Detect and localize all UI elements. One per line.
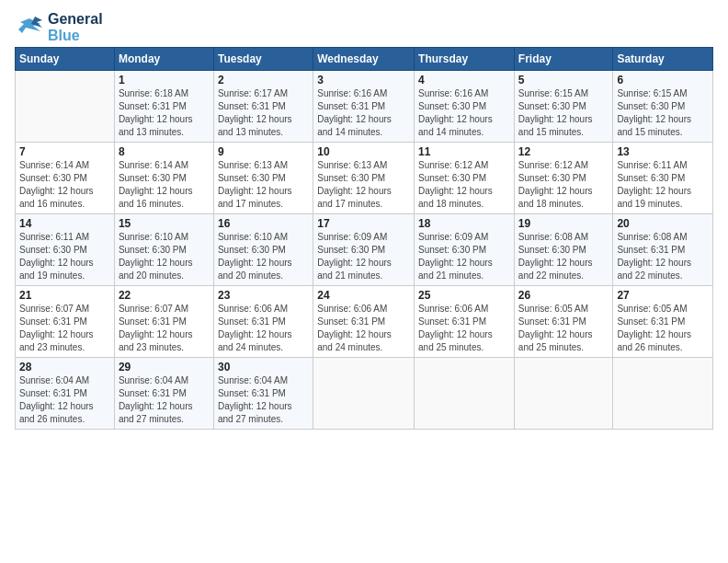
calendar-cell: 14Sunrise: 6:11 AMSunset: 6:30 PMDayligh… — [16, 214, 115, 286]
day-number: 13 — [617, 145, 709, 158]
calendar-cell: 29Sunrise: 6:04 AMSunset: 6:31 PMDayligh… — [114, 358, 213, 430]
calendar-cell: 17Sunrise: 6:09 AMSunset: 6:30 PMDayligh… — [313, 214, 415, 286]
calendar-cell: 20Sunrise: 6:08 AMSunset: 6:31 PMDayligh… — [613, 214, 713, 286]
day-info: Sunrise: 6:12 AMSunset: 6:30 PMDaylight:… — [418, 159, 510, 211]
calendar-weekday-header: Wednesday — [313, 48, 415, 71]
day-number: 26 — [518, 289, 609, 302]
page: General Blue SundayMondayTuesdayWednesda… — [0, 0, 728, 439]
calendar-cell: 23Sunrise: 6:06 AMSunset: 6:31 PMDayligh… — [213, 286, 313, 358]
logo-bird-icon — [15, 15, 44, 40]
day-number: 6 — [617, 74, 709, 86]
day-info: Sunrise: 6:10 AMSunset: 6:30 PMDaylight:… — [119, 231, 210, 282]
day-number: 24 — [317, 289, 410, 302]
day-number: 11 — [418, 145, 510, 158]
logo-text: General Blue — [48, 11, 103, 43]
day-number: 29 — [119, 361, 210, 373]
day-info: Sunrise: 6:16 AMSunset: 6:30 PMDaylight:… — [418, 87, 510, 139]
day-number: 16 — [218, 217, 309, 230]
day-info: Sunrise: 6:09 AMSunset: 6:30 PMDaylight:… — [418, 231, 510, 282]
day-number: 8 — [119, 145, 210, 158]
calendar-cell: 16Sunrise: 6:10 AMSunset: 6:30 PMDayligh… — [213, 214, 313, 286]
day-number: 20 — [617, 217, 709, 230]
calendar-cell — [613, 358, 713, 430]
calendar-cell — [16, 71, 115, 143]
day-info: Sunrise: 6:17 AMSunset: 6:31 PMDaylight:… — [218, 87, 309, 139]
day-number: 14 — [19, 217, 110, 230]
calendar-cell: 11Sunrise: 6:12 AMSunset: 6:30 PMDayligh… — [415, 143, 515, 214]
calendar-cell: 27Sunrise: 6:05 AMSunset: 6:31 PMDayligh… — [613, 286, 713, 358]
day-info: Sunrise: 6:06 AMSunset: 6:31 PMDaylight:… — [317, 303, 410, 354]
day-info: Sunrise: 6:07 AMSunset: 6:31 PMDaylight:… — [119, 303, 210, 354]
day-info: Sunrise: 6:06 AMSunset: 6:31 PMDaylight:… — [418, 303, 510, 354]
calendar-cell: 5Sunrise: 6:15 AMSunset: 6:30 PMDaylight… — [514, 71, 613, 143]
calendar-cell: 1Sunrise: 6:18 AMSunset: 6:31 PMDaylight… — [114, 71, 213, 143]
day-info: Sunrise: 6:09 AMSunset: 6:30 PMDaylight:… — [317, 231, 410, 282]
day-info: Sunrise: 6:07 AMSunset: 6:31 PMDaylight:… — [19, 303, 110, 354]
day-number: 21 — [19, 289, 110, 302]
calendar-cell: 12Sunrise: 6:12 AMSunset: 6:30 PMDayligh… — [514, 143, 613, 214]
day-number: 9 — [218, 145, 309, 158]
day-info: Sunrise: 6:08 AMSunset: 6:31 PMDaylight:… — [617, 231, 709, 282]
day-info: Sunrise: 6:04 AMSunset: 6:31 PMDaylight:… — [19, 374, 110, 426]
day-number: 7 — [19, 145, 110, 158]
calendar-cell: 19Sunrise: 6:08 AMSunset: 6:30 PMDayligh… — [514, 214, 613, 286]
calendar-week-row: 14Sunrise: 6:11 AMSunset: 6:30 PMDayligh… — [16, 214, 713, 286]
day-number: 10 — [317, 145, 410, 158]
day-info: Sunrise: 6:08 AMSunset: 6:30 PMDaylight:… — [518, 231, 609, 282]
day-info: Sunrise: 6:11 AMSunset: 6:30 PMDaylight:… — [617, 159, 709, 211]
calendar-week-row: 1Sunrise: 6:18 AMSunset: 6:31 PMDaylight… — [16, 71, 713, 143]
calendar-weekday-header: Thursday — [415, 48, 515, 71]
calendar-cell: 4Sunrise: 6:16 AMSunset: 6:30 PMDaylight… — [415, 71, 515, 143]
calendar-header-row: SundayMondayTuesdayWednesdayThursdayFrid… — [16, 48, 713, 71]
day-number: 28 — [19, 361, 110, 373]
day-number: 2 — [218, 74, 309, 86]
day-info: Sunrise: 6:13 AMSunset: 6:30 PMDaylight:… — [317, 159, 410, 211]
calendar-cell: 25Sunrise: 6:06 AMSunset: 6:31 PMDayligh… — [415, 286, 515, 358]
day-info: Sunrise: 6:12 AMSunset: 6:30 PMDaylight:… — [518, 159, 609, 211]
calendar-table: SundayMondayTuesdayWednesdayThursdayFrid… — [15, 47, 713, 430]
calendar-weekday-header: Sunday — [16, 48, 115, 71]
calendar-cell: 8Sunrise: 6:14 AMSunset: 6:30 PMDaylight… — [114, 143, 213, 214]
calendar-cell: 10Sunrise: 6:13 AMSunset: 6:30 PMDayligh… — [313, 143, 415, 214]
calendar-cell: 21Sunrise: 6:07 AMSunset: 6:31 PMDayligh… — [16, 286, 115, 358]
day-number: 3 — [317, 74, 410, 86]
calendar-cell: 24Sunrise: 6:06 AMSunset: 6:31 PMDayligh… — [313, 286, 415, 358]
day-info: Sunrise: 6:15 AMSunset: 6:30 PMDaylight:… — [518, 87, 609, 139]
day-info: Sunrise: 6:14 AMSunset: 6:30 PMDaylight:… — [119, 159, 210, 211]
calendar-cell: 22Sunrise: 6:07 AMSunset: 6:31 PMDayligh… — [114, 286, 213, 358]
calendar-cell: 26Sunrise: 6:05 AMSunset: 6:31 PMDayligh… — [514, 286, 613, 358]
day-number: 18 — [418, 217, 510, 230]
day-info: Sunrise: 6:04 AMSunset: 6:31 PMDaylight:… — [119, 374, 210, 426]
day-info: Sunrise: 6:10 AMSunset: 6:30 PMDaylight:… — [218, 231, 309, 282]
day-info: Sunrise: 6:04 AMSunset: 6:31 PMDaylight:… — [218, 374, 309, 426]
day-number: 1 — [119, 74, 210, 86]
day-info: Sunrise: 6:06 AMSunset: 6:31 PMDaylight:… — [218, 303, 309, 354]
calendar-weekday-header: Tuesday — [213, 48, 313, 71]
calendar-cell: 7Sunrise: 6:14 AMSunset: 6:30 PMDaylight… — [16, 143, 115, 214]
day-info: Sunrise: 6:15 AMSunset: 6:30 PMDaylight:… — [617, 87, 709, 139]
day-number: 4 — [418, 74, 510, 86]
calendar-cell: 2Sunrise: 6:17 AMSunset: 6:31 PMDaylight… — [213, 71, 313, 143]
day-number: 19 — [518, 217, 609, 230]
day-info: Sunrise: 6:13 AMSunset: 6:30 PMDaylight:… — [218, 159, 309, 211]
day-info: Sunrise: 6:05 AMSunset: 6:31 PMDaylight:… — [617, 303, 709, 354]
day-number: 5 — [518, 74, 609, 86]
calendar-cell — [415, 358, 515, 430]
calendar-week-row: 21Sunrise: 6:07 AMSunset: 6:31 PMDayligh… — [16, 286, 713, 358]
calendar-cell: 13Sunrise: 6:11 AMSunset: 6:30 PMDayligh… — [613, 143, 713, 214]
calendar-body: 1Sunrise: 6:18 AMSunset: 6:31 PMDaylight… — [16, 71, 713, 430]
calendar-cell — [313, 358, 415, 430]
calendar-weekday-header: Monday — [114, 48, 213, 71]
day-number: 22 — [119, 289, 210, 302]
day-number: 30 — [218, 361, 309, 373]
calendar-week-row: 28Sunrise: 6:04 AMSunset: 6:31 PMDayligh… — [16, 358, 713, 430]
day-number: 23 — [218, 289, 309, 302]
day-number: 12 — [518, 145, 609, 158]
day-info: Sunrise: 6:18 AMSunset: 6:31 PMDaylight:… — [119, 87, 210, 139]
calendar-cell: 18Sunrise: 6:09 AMSunset: 6:30 PMDayligh… — [415, 214, 515, 286]
calendar-weekday-header: Saturday — [613, 48, 713, 71]
calendar-cell — [514, 358, 613, 430]
calendar-cell: 15Sunrise: 6:10 AMSunset: 6:30 PMDayligh… — [114, 214, 213, 286]
logo: General Blue — [15, 11, 103, 43]
calendar-cell: 28Sunrise: 6:04 AMSunset: 6:31 PMDayligh… — [16, 358, 115, 430]
